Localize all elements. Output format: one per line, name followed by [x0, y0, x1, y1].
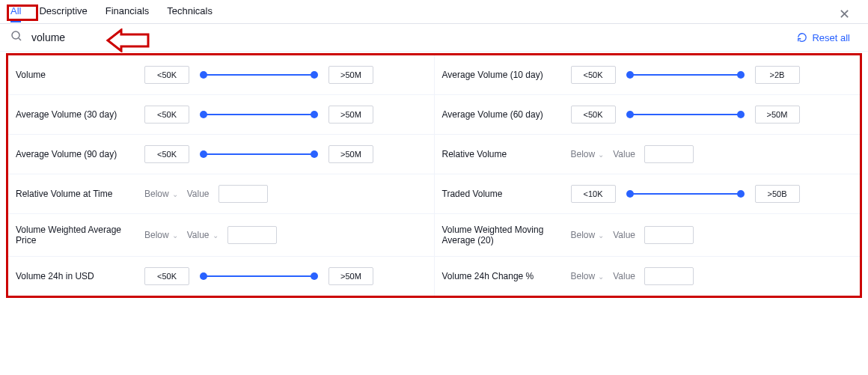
range-slider[interactable] [203, 275, 315, 278]
filter-avg30: Average Volume (30 day) <50K >50M [8, 95, 435, 134]
filter-avg90: Average Volume (90 day) <50K >50M [8, 135, 435, 174]
max-input[interactable]: >50B [755, 185, 800, 203]
tab-all[interactable]: All [10, 1, 21, 22]
chevron-down-icon: ⌄ [172, 190, 178, 198]
value-dropdown[interactable]: Value⌄ [187, 230, 218, 240]
filter-label: Average Volume (60 day) [442, 109, 562, 120]
filter-avg60: Average Volume (60 day) <50K >50M [435, 95, 861, 134]
chevron-down-icon: ⌄ [172, 231, 178, 240]
chevron-down-icon: ⌄ [598, 150, 604, 159]
filter-relvolt: Relative Volume at Time Below⌄ Value [8, 174, 435, 213]
filter-grid: Volume <50K >50M Average Volume (10 day)… [6, 53, 862, 298]
filter-label: Traded Volume [442, 189, 562, 199]
below-dropdown[interactable]: Below⌄ [571, 149, 605, 159]
chevron-down-icon: ⌄ [598, 272, 604, 281]
filter-label: Volume 24h Change % [442, 271, 562, 281]
min-input[interactable]: <50K [144, 106, 189, 124]
range-slider[interactable] [203, 73, 315, 76]
close-icon[interactable]: ✕ [839, 6, 850, 22]
tab-financials[interactable]: Financials [106, 1, 150, 22]
search-row: Reset all [0, 24, 868, 52]
filter-avg10: Average Volume (10 day) <50K >2B [435, 55, 861, 94]
value-dropdown[interactable]: Value [613, 271, 635, 281]
svg-point-0 [12, 31, 19, 39]
svg-line-1 [19, 38, 21, 40]
range-slider[interactable] [629, 113, 742, 116]
arrow-left-icon [105, 28, 150, 52]
value-dropdown[interactable]: Value [613, 149, 635, 159]
tab-descriptive[interactable]: Descriptive [39, 1, 87, 22]
filter-label: Relative Volume at Time [16, 189, 135, 199]
max-input[interactable]: >50M [328, 267, 373, 285]
value-input[interactable] [227, 226, 277, 244]
below-dropdown[interactable]: Below⌄ [144, 189, 178, 199]
max-input[interactable]: >2B [755, 66, 800, 84]
reset-icon [797, 32, 807, 43]
filter-label: Volume Weighted Average Price [16, 225, 135, 246]
reset-all-button[interactable]: Reset all [797, 32, 850, 43]
range-slider[interactable] [629, 73, 742, 76]
filter-label: Volume Weighted Moving Average (20) [442, 225, 562, 246]
value-input[interactable] [644, 226, 694, 244]
filter-label: Average Volume (30 day) [16, 109, 135, 120]
min-input[interactable]: <50K [571, 106, 616, 124]
filter-label: Average Volume (10 day) [442, 70, 562, 80]
value-input[interactable] [644, 267, 694, 285]
max-input[interactable]: >50M [328, 66, 373, 84]
filter-label: Average Volume (90 day) [16, 149, 135, 159]
min-input[interactable]: <50K [144, 267, 189, 285]
tab-technicals[interactable]: Technicals [167, 1, 213, 22]
tab-bar: All Descriptive Financials Technicals ✕ [0, 0, 868, 24]
min-input[interactable]: <50K [144, 145, 189, 163]
below-dropdown[interactable]: Below⌄ [571, 271, 605, 281]
max-input[interactable]: >50M [328, 106, 373, 124]
value-input[interactable] [218, 185, 268, 203]
filter-v24c: Volume 24h Change % Below⌄ Value [435, 257, 861, 296]
chevron-down-icon: ⌄ [598, 231, 604, 240]
filter-label: Volume [16, 70, 135, 80]
filter-label: Volume 24h in USD [16, 271, 135, 281]
min-input[interactable]: <50K [144, 66, 189, 84]
filter-volume: Volume <50K >50M [8, 55, 435, 94]
filter-traded: Traded Volume <10K >50B [435, 174, 861, 213]
range-slider[interactable] [203, 153, 315, 156]
search-icon [10, 30, 22, 45]
min-input[interactable]: <10K [571, 185, 616, 203]
below-dropdown[interactable]: Below⌄ [571, 230, 605, 240]
range-slider[interactable] [203, 113, 315, 116]
filter-relvol: Relative Volume Below⌄ Value [435, 135, 861, 174]
chevron-down-icon: ⌄ [213, 231, 218, 240]
filter-vwap: Volume Weighted Average Price Below⌄ Val… [8, 214, 435, 256]
below-dropdown[interactable]: Below⌄ [144, 230, 178, 240]
filter-label: Relative Volume [442, 149, 562, 159]
value-input[interactable] [644, 145, 694, 163]
min-input[interactable]: <50K [571, 66, 616, 84]
filter-vwma: Volume Weighted Moving Average (20) Belo… [435, 214, 861, 256]
max-input[interactable]: >50M [328, 145, 373, 163]
max-input[interactable]: >50M [755, 106, 800, 124]
value-dropdown[interactable]: Value [613, 230, 635, 240]
range-slider[interactable] [629, 192, 742, 195]
filter-v24: Volume 24h in USD <50K >50M [8, 257, 435, 296]
value-dropdown[interactable]: Value [187, 189, 210, 199]
